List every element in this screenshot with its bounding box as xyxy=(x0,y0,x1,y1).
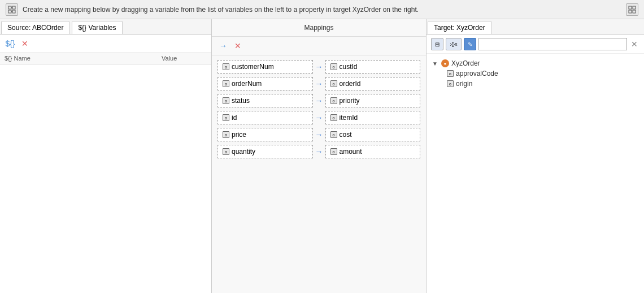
source-box-price: o price xyxy=(217,128,313,141)
source-box-orderNum: o orderNum xyxy=(217,77,313,91)
source-box-icon: o xyxy=(223,114,229,121)
top-bar: Create a new mapping below by dragging a… xyxy=(0,0,644,19)
search-input[interactable] xyxy=(478,38,627,50)
svg-rect-1 xyxy=(12,6,15,9)
left-panel-tabs: Source: ABCOrder ${} Variables xyxy=(0,19,211,35)
top-left-icon-button[interactable] xyxy=(6,3,18,16)
target-box-icon: o xyxy=(330,131,337,138)
edit-button[interactable]: ✎ xyxy=(464,38,476,50)
root-node-label: XyzOrder xyxy=(451,59,480,67)
target-box-itemId: o itemId xyxy=(325,111,421,124)
tree-toggle-xyzorder[interactable]: ▼ xyxy=(431,59,439,67)
source-box-quantity: o quantity xyxy=(217,145,313,158)
collapse-button[interactable]: ⊟ xyxy=(431,38,443,50)
target-box-amount: o amount xyxy=(325,145,421,158)
svg-rect-0 xyxy=(8,6,11,9)
mapping-row: o price → o cost xyxy=(217,128,420,141)
svg-rect-7 xyxy=(633,6,636,9)
target-label-custId: custId xyxy=(340,63,358,71)
source-label-quantity: quantity xyxy=(232,148,255,156)
add-mapping-button[interactable]: → xyxy=(217,40,229,51)
child-node-label-origin: origin xyxy=(456,80,472,88)
top-bar-left: Create a new mapping below by dragging a… xyxy=(6,3,419,16)
source-box-icon: o xyxy=(223,97,229,104)
tree-child-approvalCode[interactable]: o approvalCode xyxy=(447,68,639,79)
source-box-status: o status xyxy=(217,94,313,107)
target-box-custId: o custId xyxy=(325,60,421,74)
mapping-row: o orderNum → o orderId xyxy=(217,77,420,91)
target-box-cost: o cost xyxy=(325,128,421,141)
target-box-icon: o xyxy=(330,114,337,121)
child-node-icon: o xyxy=(447,70,454,77)
mapping-row: o quantity → o amount xyxy=(217,145,420,158)
mapping-arrow: → xyxy=(315,113,323,122)
source-label-price: price xyxy=(232,131,246,139)
target-label-orderId: orderId xyxy=(340,80,361,88)
tab-variables[interactable]: ${} Variables xyxy=(72,21,122,34)
tree-children: o approvalCode o origin xyxy=(431,68,639,89)
source-box-id: o id xyxy=(217,111,313,124)
close-search-button[interactable]: ✕ xyxy=(629,39,639,49)
pencil-icon: ✎ xyxy=(468,41,472,48)
delete-variable-button[interactable]: ✕ xyxy=(19,38,31,49)
mapping-arrow: → xyxy=(315,96,323,105)
target-label-priority: priority xyxy=(340,97,360,105)
main-content: Source: ABCOrder ${} Variables ${} ✕ ${}… xyxy=(0,19,644,293)
svg-rect-6 xyxy=(629,6,632,9)
filter-button[interactable]: :{}x xyxy=(446,38,462,50)
svg-rect-2 xyxy=(8,10,11,13)
mappings-title: Mappings xyxy=(212,19,426,37)
svg-rect-8 xyxy=(629,10,632,13)
top-bar-description: Create a new mapping below by dragging a… xyxy=(23,6,419,14)
variables-table-body xyxy=(0,64,211,293)
source-label-orderNum: orderNum xyxy=(232,80,262,88)
target-box-icon: o xyxy=(330,80,337,87)
source-label-status: status xyxy=(232,97,250,105)
right-panel: Target: XyzOrder ⊟ :{}x ✎ ✕ ▼ ● XyzOrder xyxy=(427,19,644,293)
add-variable-button[interactable]: ${} xyxy=(5,38,16,49)
child-node-label-approvalCode: approvalCode xyxy=(456,70,498,77)
delete-mapping-button[interactable]: ✕ xyxy=(232,40,243,51)
target-box-icon: o xyxy=(330,97,337,104)
child-node-icon: o xyxy=(447,80,454,87)
source-box-icon: o xyxy=(223,131,229,138)
target-label-itemId: itemId xyxy=(340,114,358,122)
mapping-row: o customerNum → o custId xyxy=(217,60,420,74)
mapping-arrow: → xyxy=(315,130,323,139)
left-panel-toolbar: ${} ✕ xyxy=(0,35,211,53)
name-column-header: ${} Name xyxy=(5,55,162,62)
target-box-orderId: o orderId xyxy=(325,77,421,91)
tab-source-abcorder[interactable]: Source: ABCOrder xyxy=(1,21,69,34)
target-label-amount: amount xyxy=(340,148,362,156)
target-box-priority: o priority xyxy=(325,94,421,107)
source-box-customerNum: o customerNum xyxy=(217,60,313,74)
svg-rect-3 xyxy=(12,10,15,13)
source-label-id: id xyxy=(232,114,237,122)
mappings-toolbar: → ✕ xyxy=(212,37,426,55)
source-label-customerNum: customerNum xyxy=(232,63,274,71)
variables-table-header: ${} Name Value xyxy=(0,53,211,64)
mapping-row: o status → o priority xyxy=(217,94,420,107)
target-box-icon: o xyxy=(330,148,337,155)
mappings-panel: Mappings → ✕ o customerNum → o custId o xyxy=(212,19,427,293)
right-panel-header: Target: XyzOrder xyxy=(427,19,644,35)
tree-child-origin[interactable]: o origin xyxy=(447,79,639,89)
right-panel-toolbar: ⊟ :{}x ✎ ✕ xyxy=(427,35,644,54)
source-box-icon: o xyxy=(223,80,229,87)
source-box-icon: o xyxy=(223,148,229,155)
source-box-icon: o xyxy=(223,63,229,70)
mappings-body: o customerNum → o custId o orderNum → o … xyxy=(212,55,426,293)
left-panel: Source: ABCOrder ${} Variables ${} ✕ ${}… xyxy=(0,19,212,293)
mapping-row: o id → o itemId xyxy=(217,111,420,124)
tree-root-node[interactable]: ▼ ● XyzOrder xyxy=(431,58,639,68)
tab-target-xyzorder[interactable]: Target: XyzOrder xyxy=(428,21,491,34)
top-right-icon-button[interactable] xyxy=(626,3,638,16)
collapse-icon: ⊟ xyxy=(435,41,440,48)
target-label-cost: cost xyxy=(340,131,352,139)
mapping-arrow: → xyxy=(315,147,323,156)
mapping-arrow: → xyxy=(315,62,323,71)
mapping-arrow: → xyxy=(315,79,323,88)
target-box-icon: o xyxy=(330,63,337,70)
value-column-header: Value xyxy=(162,55,207,62)
tree-body: ▼ ● XyzOrder o approvalCode o origin xyxy=(427,54,644,293)
